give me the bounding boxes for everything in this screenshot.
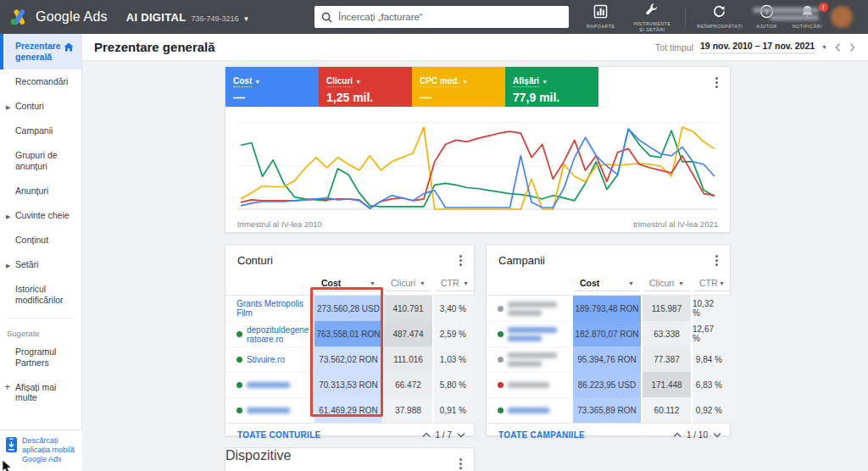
mouse-cursor	[2, 460, 14, 471]
sidebar-items: Prezentare generalăRecomandări▶ConturiCa…	[0, 34, 81, 313]
nav-refresh-button[interactable]: REÎMPROSPĂTAȚI	[689, 0, 748, 34]
cost-cell: 763.558,01 RON	[314, 321, 382, 346]
show-more-button[interactable]: + Afișați mai multe	[0, 375, 81, 409]
status-dot-gray	[498, 357, 504, 363]
row-name-link[interactable]: depozituldegeneratoare.ro	[247, 325, 309, 344]
row-name-link[interactable]: Stivuire.ro	[247, 355, 285, 364]
search-icon	[321, 12, 332, 23]
campaigns-pager: 1 / 10	[673, 430, 721, 440]
date-prev-button[interactable]	[834, 42, 842, 53]
clicks-cell: 60.112	[643, 397, 691, 423]
sidebar-item-anun-uri[interactable]: Anunțuri	[0, 179, 81, 203]
column-header-cost[interactable]: Cost▼	[575, 278, 639, 291]
all-campaigns-link[interactable]: TOATE CAMPANIILE	[498, 430, 585, 440]
clicks-cell: 171.448	[643, 372, 691, 397]
cost-cell: 182.870,07 RON	[573, 321, 641, 346]
date-range-preset: Tot timpul	[655, 42, 693, 53]
date-range-value[interactable]: 19 nov. 2010 – 17 nov. 2021	[700, 41, 815, 54]
accounts-card-menu-button[interactable]	[455, 253, 465, 267]
pager-up-icon[interactable]	[673, 432, 682, 438]
table-row: 189.793,48 RON 115.987 10,32 %	[487, 296, 730, 321]
clicks-cell: 77.387	[643, 346, 691, 372]
redacted-name[interactable]	[508, 302, 568, 316]
google-ads-logo-icon	[10, 8, 29, 25]
accounts-pager: 1 / 7	[422, 430, 465, 440]
sidebar-item-grupuri-de-anun-uri[interactable]: Grupuri de anunțuri	[0, 143, 81, 179]
column-header-clicks[interactable]: Clicuri▼	[386, 278, 431, 291]
sidebar-item-programul-partners[interactable]: Programul Partners	[0, 340, 81, 375]
clicks-cell: 37.988	[384, 397, 432, 423]
campaigns-card-menu-button[interactable]	[711, 253, 721, 267]
campaigns-column-headers: Cost▼ Clicuri▼ CTR▼	[487, 274, 730, 296]
clicks-cell: 410.791	[384, 296, 432, 321]
date-next-button[interactable]	[849, 42, 856, 53]
google-ads-logo[interactable]: Google Ads	[0, 8, 108, 25]
metric-tile-afi-ri[interactable]: Afișări▼ 77,9 mil.	[505, 67, 598, 107]
chart-line-cpc-med-	[241, 127, 715, 209]
home-icon	[64, 42, 74, 52]
ctr-cell: 1,03 %	[434, 346, 476, 372]
redacted-name[interactable]	[247, 382, 309, 388]
sidebar-item-prezentare-general-[interactable]: Prezentare generală	[0, 34, 81, 69]
sidebar-item-campanii[interactable]: Campanii	[0, 119, 81, 143]
devices-card-menu-button[interactable]	[455, 457, 465, 470]
clicks-cell: 111.016	[384, 346, 432, 372]
cost-cell: 70.313,53 RON	[314, 372, 382, 397]
pager-up-icon[interactable]	[422, 432, 431, 438]
row-name-link[interactable]: Grants Metropolis Film	[236, 299, 309, 318]
accounts-card: Conturi Cost▼ Clicuri▼ CTR▼ Grants Metro…	[225, 244, 475, 436]
metric-tile-clicuri[interactable]: Clicuri▼ 1,25 mil.	[319, 67, 412, 107]
redacted-name[interactable]	[508, 407, 568, 413]
column-header-ctr[interactable]: CTR▼	[436, 278, 474, 291]
cost-cell: 95.394,76 RON	[573, 346, 641, 372]
table-row: 73.365,89 RON 60.112 0,92 %	[487, 397, 730, 423]
sidebar-item-conturi[interactable]: ▶Conturi	[0, 94, 81, 119]
redacted-name[interactable]	[508, 352, 568, 367]
campaigns-rows: 189.793,48 RON 115.987 10,32 % 182.870,0…	[487, 296, 730, 423]
sidebar-item-cuvinte-cheie[interactable]: ▶Cuvinte cheie	[0, 203, 81, 228]
avatar[interactable]	[831, 6, 853, 28]
redacted-name[interactable]	[247, 407, 309, 413]
devices-card: Dispozitive	[225, 447, 475, 471]
table-row: 61.469,29 RON 37.988 0,91 %	[225, 397, 474, 423]
date-caret-icon[interactable]: ▼	[821, 44, 827, 50]
sort-caret-icon: ▼	[628, 280, 634, 286]
column-header-cost[interactable]: Cost▼	[316, 278, 381, 291]
signed-in-account-redacted[interactable]	[753, 8, 819, 20]
sidebar-item-set-ri[interactable]: ▶Setări	[0, 252, 81, 277]
google-ads-dashboard: { "topbar": { "brand": "Google Ads", "ac…	[0, 0, 868, 471]
chart-card-menu-button[interactable]	[711, 75, 721, 89]
tile-caret-icon: ▼	[254, 79, 260, 85]
all-accounts-link[interactable]: TOATE CONTURILE	[237, 430, 321, 440]
topbar: Google Ads AI DIGITAL 736-749-3216 ▼ RAP…	[0, 0, 868, 34]
metric-tile-cost[interactable]: Cost▼ —	[225, 67, 319, 107]
table-row: Stivuire.ro 73.562,02 RON 111.016 1,03 %	[225, 346, 474, 372]
sidebar-item-recomand-ri[interactable]: Recomandări	[0, 69, 81, 94]
redacted-name[interactable]	[508, 327, 568, 341]
search-box[interactable]	[314, 6, 569, 28]
status-dot-gray	[498, 306, 504, 312]
nav-reports-button[interactable]: RAPOARTE	[579, 0, 622, 34]
account-switcher[interactable]: AI DIGITAL 736-749-3216 ▼	[126, 11, 250, 24]
sort-caret-icon: ▼	[370, 280, 376, 286]
search-input[interactable]	[338, 12, 562, 22]
account-caret-icon: ▼	[242, 15, 249, 23]
column-header-clicks[interactable]: Clicuri▼	[644, 278, 689, 291]
account-name: AI DIGITAL	[126, 11, 186, 24]
expand-arrow-icon: ▶	[6, 260, 10, 271]
redacted-name[interactable]	[508, 382, 568, 388]
metric-tile-cpc-med-[interactable]: CPC med.▼ —	[412, 67, 505, 107]
status-dot-green	[236, 407, 242, 413]
sidebar-item-con-inut[interactable]: Conținut	[0, 228, 81, 252]
download-app-text: Descărcați aplicația mobilă Google Ads	[22, 436, 77, 464]
pager-down-icon[interactable]	[713, 432, 721, 438]
account-id: 736-749-3216	[191, 14, 238, 23]
cost-cell: 86.223,95 USD	[573, 372, 641, 397]
ctr-cell: 6,83 %	[693, 372, 732, 397]
tile-caret-icon: ▼	[355, 79, 361, 85]
nav-tools-button[interactable]: INSTRUMENTE ȘI SETĂRI	[622, 0, 682, 34]
sort-caret-icon: ▼	[678, 280, 684, 286]
column-header-ctr[interactable]: CTR▼	[694, 278, 730, 291]
sidebar-item-istoricul-modific-rilor[interactable]: Istoricul modificărilor	[0, 277, 81, 313]
pager-down-icon[interactable]	[457, 432, 465, 438]
